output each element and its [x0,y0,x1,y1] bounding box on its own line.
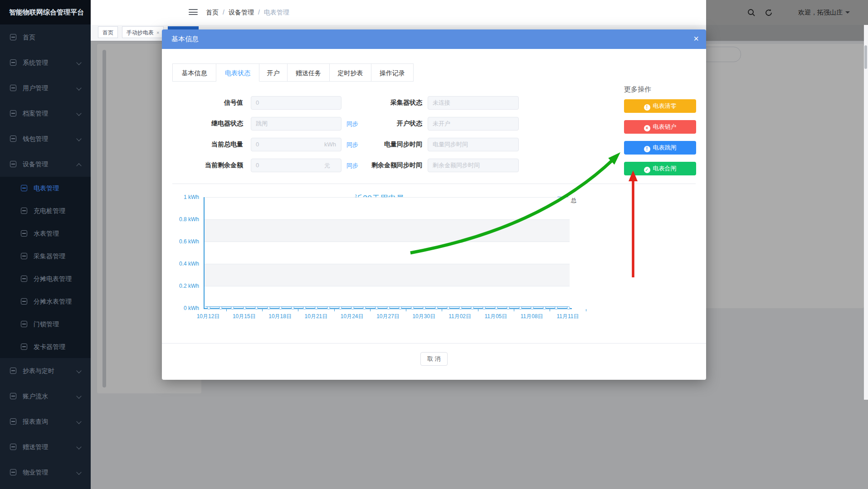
field-input-剩余金额同步时间[interactable]: 剩余金额同步时间 [428,159,519,172]
sidebar-item-赠送管理[interactable]: 赠送管理 [0,434,91,460]
card-issuer-icon [21,344,27,350]
action-button-电表销户[interactable]: ×电表销户 [624,120,696,134]
field-label: 继电器状态 [172,120,243,128]
report-icon [10,418,16,425]
archive-icon [10,110,16,116]
data-point [219,306,222,310]
tag-item[interactable]: 手动抄电表× [122,26,164,38]
data-point [567,306,570,310]
dialog-tab-定时抄表[interactable]: 定时抄表 [330,63,371,82]
tag-item[interactable]: 首页 [98,26,118,38]
sidebar-subitem-门锁管理[interactable]: 门锁管理 [0,313,91,335]
dialog-tab-开户[interactable]: 开户 [259,63,288,82]
data-point [375,306,378,310]
chart-gridline [204,197,570,198]
dashboard-icon [10,34,16,40]
y-axis-line [204,197,205,308]
sidebar-subitem-电表管理[interactable]: 电表管理 [0,177,91,199]
field-input-开户状态[interactable]: 未开户 [428,117,519,131]
sidebar-subitem-分摊电表管理[interactable]: 分摊电表管理 [0,267,91,290]
cancel-button[interactable]: 取 消 [420,352,448,366]
sync-link[interactable]: 同步 [346,162,358,170]
dialog-title: 基本信息 [171,35,199,44]
sidebar-item-档案管理[interactable]: 档案管理 [0,101,91,126]
menu-item-label: 赠送管理 [23,434,48,460]
page-scrollbar[interactable] [864,25,868,400]
sidebar-item-设备管理[interactable]: 设备管理 [0,151,91,177]
usage-chart: 近30天用电量 总 1 kWh0.8 kWh0.6 kWh0.4 kWh0.2 … [162,184,706,343]
hamburger-icon[interactable] [189,9,198,16]
dialog-tab-赠送任务[interactable]: 赠送任务 [288,63,330,82]
dialog-tab-基本信息[interactable]: 基本信息 [172,63,216,82]
dialog-tab-操作记录[interactable]: 操作记录 [371,63,414,82]
field-input-采集器状态[interactable]: 未连接 [428,96,519,110]
x-axis-label: 11月02日 [444,313,476,320]
sidebar-item-抄表与定时[interactable]: 抄表与定时 [0,358,91,383]
x-axis-tick [298,309,298,311]
sidebar-subitem-水表管理[interactable]: 水表管理 [0,222,91,245]
data-point [555,306,558,310]
button-label: 电表合闸 [653,165,677,172]
field-label: 开户状态 [359,120,422,128]
close-icon[interactable]: × [693,33,699,44]
x-axis-tick [370,309,371,311]
warning-circle-icon: ! [644,104,650,111]
x-axis-label: 10月18日 [264,313,296,320]
menu-item-label: 水表管理 [34,222,59,245]
sidebar-item-用户管理[interactable]: 用户管理 [0,75,91,101]
breadcrumb-item[interactable]: 设备管理 [229,9,254,16]
action-button-电表清零[interactable]: !电表清零 [624,99,696,113]
action-button-电表合闸[interactable]: ✓电表合闸 [624,162,696,175]
breadcrumb-item: 电表管理 [264,9,289,16]
sidebar: 智能物联网综合管理平台 首页系统管理用户管理档案管理钱包管理设备管理电表管理充电… [0,0,91,489]
sidebar-item-首页[interactable]: 首页 [0,24,91,50]
account-flow-icon [10,393,16,399]
sidebar-subitem-充电桩管理[interactable]: 充电桩管理 [0,199,91,222]
collector-icon [21,253,27,259]
data-point [519,306,522,310]
field-input-信号值[interactable]: 0 [251,96,341,110]
data-point [411,306,414,310]
data-point [291,306,294,310]
menu-item-label: 首页 [23,24,35,50]
page-scrollbar-thumb[interactable] [864,45,867,69]
data-point [351,306,354,310]
menu-item-label: 充电桩管理 [34,199,65,222]
dialog-tab-电表状态[interactable]: 电表状态 [216,63,259,82]
user-icon [10,85,16,91]
menu-item-label: 电表管理 [34,177,59,199]
field-input-继电器状态[interactable]: 跳闸 [251,117,341,131]
sync-link[interactable]: 同步 [346,120,358,128]
action-button-电表跳闸[interactable]: !电表跳闸 [624,141,696,155]
menu-item-label: 发卡器管理 [34,335,65,358]
more-actions-title: 更多操作 [624,85,696,94]
dialog-header: 基本信息 × [162,29,706,49]
sidebar-subitem-发卡器管理[interactable]: 发卡器管理 [0,335,91,358]
sync-link[interactable]: 同步 [346,141,358,149]
sidebar-subitem-采集器管理[interactable]: 采集器管理 [0,245,91,267]
x-axis-label: 11月08日 [516,313,548,320]
data-point [483,306,486,310]
x-axis-tick [226,309,227,311]
sidebar-subitem-分摊水表管理[interactable]: 分摊水表管理 [0,290,91,313]
menu-item-label: 报表查询 [23,409,48,434]
data-point [339,306,342,310]
y-axis-label: 0 kWh [162,305,199,311]
data-point [255,306,258,310]
menu-item-label: 物业管理 [23,460,48,485]
data-point [495,306,498,310]
input-suffix: kWh [324,141,336,148]
sidebar-item-系统管理[interactable]: 系统管理 [0,50,91,75]
legend-label: 总 [571,197,576,203]
x-axis-label: 10月27日 [372,313,404,320]
sidebar-item-钱包管理[interactable]: 钱包管理 [0,126,91,151]
button-label: 电表跳闸 [653,144,677,151]
breadcrumb-item[interactable]: 首页 [206,9,219,16]
basic-info-dialog: 基本信息 × 信号值0继电器状态跳闸同步当前总电量0kWh同步当前剩余金额0元同… [162,29,706,380]
sidebar-item-报表查询[interactable]: 报表查询 [0,409,91,434]
field-input-电量同步时间[interactable]: 电量同步时间 [428,138,519,151]
close-icon[interactable]: × [156,27,159,39]
sidebar-item-物业管理[interactable]: 物业管理 [0,460,91,485]
x-axis-tick [262,309,263,311]
sidebar-item-账户流水[interactable]: 账户流水 [0,383,91,409]
